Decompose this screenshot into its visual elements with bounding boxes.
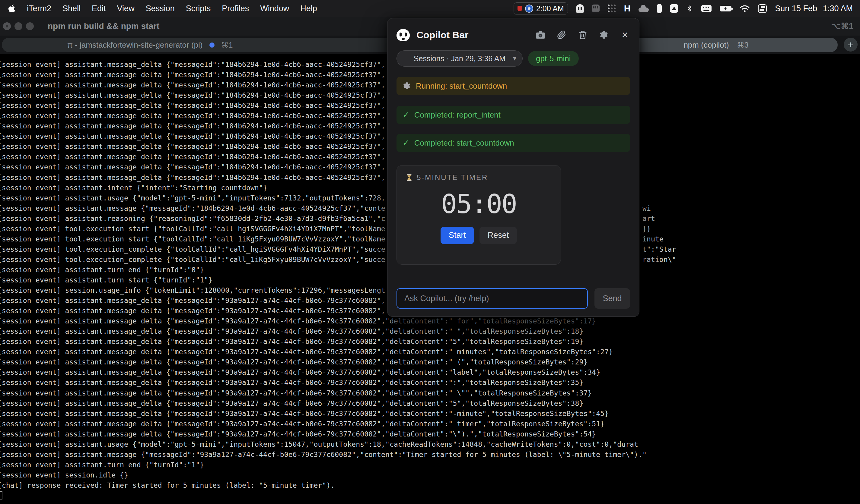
apple-menu-icon[interactable]: [8, 4, 16, 13]
terminal-line: [session event] assistant.message_delta …: [0, 337, 676, 347]
timer-widget[interactable]: 2:00 AM: [514, 2, 568, 15]
terminal-line: [session event] assistant.message_delta …: [0, 419, 676, 429]
terminal-line: [session event] assistant.message_delta …: [0, 377, 676, 388]
zoom-window-button[interactable]: [26, 22, 34, 30]
terminal-line: [session event] assistant.turn_end {"tur…: [0, 460, 676, 470]
sessions-dropdown-label: Sessions · Jan 29, 3:36 AM: [414, 54, 505, 63]
tab-label: npm (copilot): [684, 40, 729, 50]
timer-buttons: Start Reset: [405, 227, 552, 244]
menu-bar-left: iTerm2ShellEditViewSessionScriptsProfile…: [8, 4, 317, 13]
menu-bar: iTerm2ShellEditViewSessionScriptsProfile…: [0, 0, 860, 17]
tab-shortcut: ⌘1: [221, 41, 233, 49]
camera-icon[interactable]: [535, 30, 546, 40]
copilot-header: Copilot Bar ×: [397, 27, 630, 43]
h-app-icon[interactable]: H: [624, 3, 631, 14]
minimize-window-button[interactable]: [14, 22, 22, 30]
ghost-icon[interactable]: [576, 4, 584, 13]
copilot-input[interactable]: [397, 288, 588, 309]
widget-red-icon: [517, 6, 522, 11]
paperclip-icon[interactable]: [556, 30, 567, 40]
eject-icon[interactable]: [670, 4, 678, 13]
terminal-line: [chat] response received: Timer started …: [0, 480, 676, 490]
copilot-input-row: Send: [397, 288, 630, 309]
copilot-bar-panel: Copilot Bar × Sessions · Jan 29, 3:3: [387, 18, 640, 317]
keyboard-icon[interactable]: [701, 5, 712, 12]
status-text: Running: start_countdown: [416, 81, 507, 91]
send-button[interactable]: Send: [594, 288, 630, 309]
trash-icon[interactable]: [577, 30, 588, 40]
gear-icon: [403, 82, 411, 90]
menu-item[interactable]: View: [117, 4, 134, 13]
terminal-line: [session event] assistant.message_delta …: [0, 347, 676, 357]
bluetooth-icon[interactable]: [687, 4, 693, 13]
menu-item[interactable]: Shell: [62, 4, 81, 13]
tab-content: π - jamstackfortewin-site-generator (pi)…: [67, 38, 233, 52]
status-completed-report-intent: ✓ Completed: report_intent: [397, 106, 630, 124]
menu-item[interactable]: Edit: [92, 4, 106, 13]
copilot-title: Copilot Bar: [416, 30, 468, 41]
reset-button[interactable]: Reset: [479, 227, 517, 244]
check-icon: ✓: [403, 110, 410, 120]
widget-time: 2:00 AM: [536, 4, 564, 13]
terminal-line: [session event] assistant.message_delta …: [0, 367, 676, 377]
menu-bar-items: iTerm2ShellEditViewSessionScriptsProfile…: [27, 4, 317, 13]
chevron-down-icon: ▾: [513, 55, 516, 62]
status-running: Running: start_countdown: [397, 77, 630, 95]
terminal-line: [session event] session.idle {}: [0, 470, 676, 480]
window-title: npm run build && npm start: [48, 21, 159, 31]
tab-shortcut: ⌘3: [737, 41, 749, 49]
hourglass-icon: [405, 173, 413, 182]
terminal-line: [session event] assistant.message_delta …: [0, 326, 676, 337]
terminal-line: [session event] assistant.message_delta …: [0, 388, 676, 398]
copilot-actions: ×: [535, 30, 630, 40]
status-completed-start-countdown: ✓ Completed: start_countdown: [397, 134, 630, 152]
menu-item[interactable]: iTerm2: [27, 4, 51, 13]
input-divider: [387, 283, 639, 283]
terminal-line: [session event] assistant.message_delta …: [0, 398, 676, 409]
close-window-button[interactable]: [3, 22, 11, 30]
menu-bar-clock[interactable]: 1:30 AM: [823, 4, 853, 13]
menu-bar-status-area: 2:00 AM H Sun 15 Feb 1:30 AM: [514, 2, 853, 15]
copilot-controls: Sessions · Jan 29, 3:36 AM ▾ gpt-5-mini: [397, 50, 630, 66]
cloud-icon[interactable]: [639, 5, 649, 12]
terminal-line: [session event] assistant.message_delta …: [0, 429, 676, 439]
terminal-line: [session event] assistant.message_delta …: [0, 357, 676, 367]
widget-badge-icon: [525, 4, 533, 13]
timer-label: 5-MINUTE TIMER: [417, 173, 488, 182]
robot-icon[interactable]: [592, 4, 600, 12]
terminal-line: [session event] assistant.message {"mess…: [0, 449, 676, 460]
sessions-dropdown[interactable]: Sessions · Jan 29, 3:36 AM ▾: [397, 50, 522, 66]
menu-item[interactable]: Session: [146, 4, 175, 13]
desktop-screen: iTerm2ShellEditViewSessionScriptsProfile…: [0, 0, 860, 504]
terminal-line: [session event] assistant.message_delta …: [0, 409, 676, 419]
terminal-cursor: [0, 491, 2, 500]
battery-charging-icon[interactable]: [720, 6, 731, 12]
status-text: Completed: start_countdown: [414, 138, 514, 148]
new-tab-button[interactable]: +: [844, 38, 858, 51]
tab-activity-dot: [210, 43, 215, 48]
menu-item[interactable]: Window: [260, 4, 289, 13]
terminal-line: [session event] assistant.message_delta …: [0, 316, 676, 326]
close-icon[interactable]: ×: [620, 30, 630, 40]
model-badge: gpt-5-mini: [528, 51, 579, 66]
menu-item[interactable]: Help: [300, 4, 317, 13]
window-shortcut-hint: ⌥⌘1: [831, 21, 854, 31]
timer-display: 05:00: [405, 190, 552, 219]
status-text: Completed: report_intent: [414, 110, 501, 120]
copilot-logo-icon: [397, 29, 410, 41]
control-center-icon[interactable]: [758, 4, 767, 13]
dots-grid-icon[interactable]: [608, 4, 616, 13]
menu-bar-date[interactable]: Sun 15 Feb: [775, 4, 817, 13]
start-button[interactable]: Start: [441, 227, 474, 244]
iphone-mirroring-icon[interactable]: [657, 4, 662, 13]
tab-jamstack-session[interactable]: π - jamstackfortewin-site-generator (pi)…: [2, 38, 427, 52]
terminal-line: [session event] assistant.usage {"model"…: [0, 439, 676, 449]
timer-card-header: 5-MINUTE TIMER: [405, 173, 552, 182]
menu-item[interactable]: Profiles: [222, 4, 249, 13]
gear-icon[interactable]: [599, 30, 609, 40]
tab-label: π - jamstackfortewin-site-generator (pi): [67, 40, 203, 50]
check-icon: ✓: [403, 138, 410, 148]
menu-item[interactable]: Scripts: [186, 4, 211, 13]
wifi-icon[interactable]: [740, 4, 750, 12]
timer-card: 5-MINUTE TIMER 05:00 Start Reset: [397, 165, 561, 265]
